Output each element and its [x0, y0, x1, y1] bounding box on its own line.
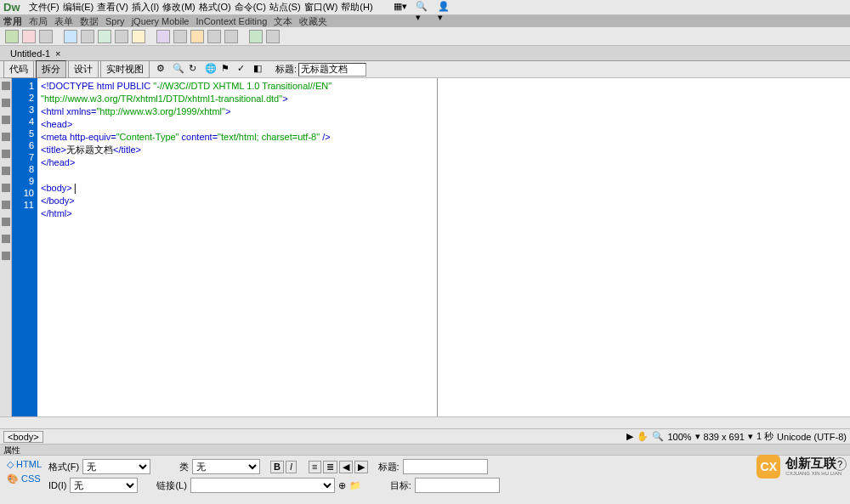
- zoom-icon[interactable]: 🔍: [652, 431, 664, 442]
- balance-icon[interactable]: [2, 150, 10, 158]
- menu-file[interactable]: 文件(F): [29, 1, 60, 14]
- title2-label: 标题:: [378, 461, 400, 473]
- script-icon[interactable]: [224, 30, 238, 43]
- options-icon[interactable]: ⚑: [221, 63, 235, 76]
- menu-command[interactable]: 命令(C): [235, 1, 266, 14]
- media-icon[interactable]: [115, 30, 128, 43]
- syntax-icon[interactable]: [2, 201, 10, 209]
- anchor-icon[interactable]: [39, 30, 53, 43]
- html-tab[interactable]: ◇ HTML: [7, 459, 42, 470]
- target-input[interactable]: [415, 478, 500, 493]
- design-preview[interactable]: [438, 78, 850, 416]
- code-view-button[interactable]: 代码: [3, 60, 34, 78]
- refresh-icon[interactable]: ↻: [189, 63, 202, 76]
- menu-insert[interactable]: 插入(I): [132, 1, 159, 14]
- expand-icon[interactable]: [2, 116, 10, 124]
- image-icon[interactable]: [98, 30, 111, 43]
- class-label: 类: [179, 461, 189, 473]
- window-size[interactable]: 839 x 691: [704, 432, 745, 442]
- layout-icon[interactable]: ▦▾: [394, 1, 407, 14]
- target-label: 目标:: [390, 479, 411, 492]
- check-icon[interactable]: ◧: [253, 63, 267, 76]
- properties-header[interactable]: 属性: [0, 444, 850, 456]
- collapse-icon[interactable]: [2, 99, 10, 107]
- outdent-button[interactable]: ◀: [339, 461, 353, 473]
- div-icon[interactable]: [81, 30, 94, 43]
- tab-data[interactable]: 数据: [80, 15, 99, 28]
- hyperlink-icon[interactable]: [5, 30, 19, 43]
- server-include-icon[interactable]: [173, 30, 187, 43]
- widget-icon[interactable]: [132, 30, 145, 43]
- snippet-icon[interactable]: [2, 252, 10, 260]
- css-tab[interactable]: 🎨 CSS: [7, 473, 41, 484]
- browser-icon[interactable]: 🌐: [205, 63, 218, 76]
- hand-icon[interactable]: ✋: [637, 431, 649, 442]
- load-time: 1 秒: [756, 430, 774, 443]
- document-tabbar: Untitled-1 ×: [0, 46, 850, 61]
- menu-site[interactable]: 站点(S): [269, 1, 301, 14]
- inspect-icon[interactable]: 🔍: [173, 63, 186, 76]
- comment-icon[interactable]: [190, 30, 204, 43]
- app-logo: Dw: [3, 1, 20, 14]
- date-icon[interactable]: [156, 30, 170, 43]
- templates-icon[interactable]: [249, 30, 263, 43]
- properties-panel: ◇ HTML 🎨 CSS 格式(F) 无 类 无 B I ≡ ≣ ◀ ▶ 标题:…: [0, 456, 850, 504]
- italic-button[interactable]: I: [286, 461, 297, 473]
- line-numbers-icon[interactable]: [2, 167, 10, 175]
- menu-format[interactable]: 格式(O): [199, 1, 231, 14]
- code-editor[interactable]: 1234567891011 <!DOCTYPE html PUBLIC "-//…: [12, 78, 438, 416]
- menu-modify[interactable]: 修改(M): [162, 1, 196, 14]
- tab-common[interactable]: 常用: [3, 15, 22, 28]
- head-icon[interactable]: [207, 30, 221, 43]
- pointer-icon[interactable]: ▶: [626, 431, 633, 442]
- code-content[interactable]: <!DOCTYPE html PUBLIC "-//W3C//DTD XHTML…: [37, 78, 437, 416]
- live-code-icon[interactable]: ⚙: [156, 63, 170, 76]
- select-parent-icon[interactable]: [2, 133, 10, 141]
- indent-icon[interactable]: [2, 218, 10, 226]
- title-label: 标题:: [275, 63, 297, 76]
- menu-view[interactable]: 查看(V): [97, 1, 128, 14]
- open-docs-icon[interactable]: [2, 82, 10, 90]
- format-icon[interactable]: [2, 235, 10, 243]
- menu-edit[interactable]: 编辑(E): [63, 1, 94, 14]
- tab-jquery[interactable]: jQuery Mobile: [132, 16, 190, 26]
- tab-spry[interactable]: Spry: [105, 16, 125, 26]
- table-icon[interactable]: [64, 30, 77, 43]
- tab-text[interactable]: 文本: [274, 15, 292, 28]
- indent-button[interactable]: ▶: [354, 461, 368, 473]
- tab-layout[interactable]: 布局: [29, 15, 48, 28]
- watermark-sub: CXJUANG XIN HU LIAN: [785, 471, 842, 477]
- tab-favorites[interactable]: 收藏夹: [299, 15, 327, 28]
- code-toolbar: [0, 78, 12, 416]
- link-point-icon[interactable]: ⊕: [338, 480, 346, 491]
- search-icon[interactable]: 🔍▾: [416, 1, 429, 14]
- link-browse-icon[interactable]: 📁: [349, 480, 361, 491]
- document-tab[interactable]: Untitled-1 ×: [3, 47, 68, 60]
- split-view-button[interactable]: 拆分: [36, 60, 66, 78]
- link-select[interactable]: [190, 478, 335, 493]
- design-view-button[interactable]: 设计: [68, 60, 99, 78]
- bold-button[interactable]: B: [270, 461, 284, 473]
- tag-path[interactable]: <body>: [3, 431, 43, 443]
- id-select[interactable]: 无: [70, 478, 138, 493]
- validate-icon[interactable]: ✓: [237, 63, 251, 76]
- encoding: Unicode (UTF-8): [777, 432, 847, 442]
- tab-form[interactable]: 表单: [54, 15, 73, 28]
- email-link-icon[interactable]: [22, 30, 36, 43]
- live-view-button[interactable]: 实时视图: [100, 60, 150, 78]
- ol-button[interactable]: ≣: [323, 461, 337, 473]
- format-select[interactable]: 无: [82, 459, 150, 474]
- menu-help[interactable]: 帮助(H): [341, 1, 372, 14]
- title2-input[interactable]: [403, 459, 488, 474]
- tag-chooser-icon[interactable]: [266, 30, 280, 43]
- class-select[interactable]: 无: [192, 459, 260, 474]
- menu-window[interactable]: 窗口(W): [304, 1, 338, 14]
- title-input[interactable]: [298, 63, 366, 76]
- user-icon[interactable]: 👤▾: [438, 1, 451, 14]
- horizontal-scrollbar[interactable]: [0, 416, 850, 428]
- tab-incontext[interactable]: InContext Editing: [196, 16, 267, 26]
- ul-button[interactable]: ≡: [309, 461, 320, 473]
- highlight-icon[interactable]: [2, 184, 10, 192]
- close-icon[interactable]: ×: [55, 48, 60, 59]
- zoom-level[interactable]: 100%: [667, 432, 691, 442]
